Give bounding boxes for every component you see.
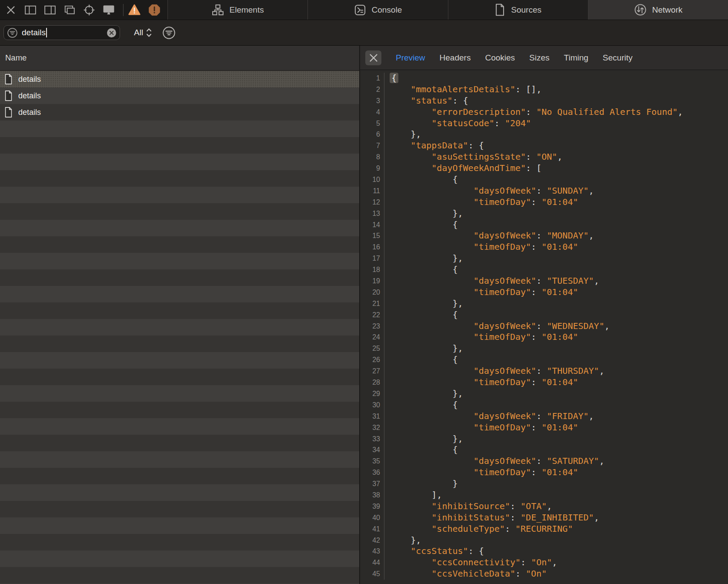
line-number: 26 <box>360 354 384 366</box>
tab-console[interactable]: Console <box>307 0 447 20</box>
close-icon <box>368 52 379 64</box>
code-text: "asuSettingsState": "ON", <box>384 151 562 163</box>
close-detail-button[interactable] <box>365 50 381 65</box>
line-number: 38 <box>360 490 384 501</box>
code-line: 23 "daysOfWeek": "WEDNESDAY", <box>360 321 728 332</box>
code-line: 33 }, <box>360 433 728 445</box>
filter-circle-icon <box>7 27 18 38</box>
line-number: 42 <box>360 535 384 546</box>
close-icon <box>5 4 17 16</box>
tab-network[interactable]: Network <box>588 0 728 20</box>
network-icon <box>634 3 647 16</box>
selected-brace-token[interactable]: { <box>390 73 398 83</box>
line-number: 18 <box>360 264 384 275</box>
toolbar-icon-cluster <box>0 0 167 20</box>
detail-tab-security[interactable]: Security <box>603 53 633 63</box>
line-number: 7 <box>360 140 384 151</box>
tab-label: Network <box>652 5 683 15</box>
device-display-button[interactable] <box>102 3 115 17</box>
line-number: 15 <box>360 230 384 242</box>
elements-icon <box>212 4 224 16</box>
line-number: 37 <box>360 478 384 490</box>
code-line: 36 "timeOfDay": "01:04" <box>360 467 728 478</box>
name-column-header[interactable]: Name <box>0 46 359 71</box>
request-row[interactable]: details <box>0 71 359 87</box>
warnings-badge[interactable] <box>128 3 141 17</box>
code-line: 22 { <box>360 309 728 321</box>
tab-label: Console <box>372 5 402 15</box>
tab-elements[interactable]: Elements <box>167 0 307 20</box>
line-number: 13 <box>360 208 384 219</box>
line-number: 8 <box>360 151 384 163</box>
code-line: 17 }, <box>360 253 728 264</box>
code-text: }, <box>384 208 463 219</box>
code-line: 32 "timeOfDay": "01:04" <box>360 422 728 433</box>
line-number: 30 <box>360 399 384 411</box>
line-number: 22 <box>360 309 384 321</box>
request-name: details <box>18 91 41 101</box>
code-line: 38 ], <box>360 490 728 501</box>
code-line: 26 { <box>360 354 728 366</box>
filter-menu-button[interactable] <box>162 26 176 40</box>
line-number: 21 <box>360 298 384 309</box>
code-text: "status": { <box>384 95 468 107</box>
clear-search-button[interactable] <box>107 28 117 38</box>
line-number: 23 <box>360 321 384 332</box>
dock-to-right-icon <box>44 4 56 16</box>
dock-to-right-button[interactable] <box>43 3 56 17</box>
request-name: details <box>18 75 41 84</box>
document-icon <box>5 90 12 102</box>
line-number: 29 <box>360 388 384 399</box>
code-text: { <box>384 309 458 321</box>
code-line: 8 "asuSettingsState": "ON", <box>360 151 728 163</box>
main-split: Name detailsdetailsdetails PreviewHeader… <box>0 46 728 584</box>
code-text: { <box>384 73 398 84</box>
detail-tab-cookies[interactable]: Cookies <box>485 53 515 63</box>
line-number: 32 <box>360 422 384 433</box>
line-number: 25 <box>360 343 384 354</box>
code-line: 10 { <box>360 174 728 185</box>
line-number: 44 <box>360 557 384 568</box>
search-input[interactable]: details <box>3 25 120 40</box>
code-line: 6 }, <box>360 129 728 140</box>
detail-tab-timing[interactable]: Timing <box>564 53 588 63</box>
device-display-icon <box>102 4 115 16</box>
code-line: 3 "status": { <box>360 95 728 107</box>
detach-window-button[interactable] <box>63 3 76 17</box>
request-row[interactable]: details <box>0 104 359 121</box>
code-line: 20 "timeOfDay": "01:04" <box>360 287 728 298</box>
json-preview[interactable]: 1{2 "mmotaAlertsDetails": [],3 "status":… <box>360 70 728 584</box>
detail-tab-headers[interactable]: Headers <box>440 53 471 63</box>
code-text: "ccsVehicleData": "On" <box>384 568 547 580</box>
code-text: "ccsStatus": { <box>384 546 484 557</box>
resource-scope-select[interactable]: All <box>134 27 153 38</box>
code-text: "daysOfWeek": "SUNDAY", <box>384 185 594 197</box>
code-text: "daysOfWeek": "FRIDAY", <box>384 411 594 422</box>
code-line: 7 "tappsData": { <box>360 140 728 151</box>
line-number: 11 <box>360 185 384 197</box>
tab-label: Elements <box>230 5 264 15</box>
line-number: 40 <box>360 512 384 524</box>
line-number: 3 <box>360 95 384 107</box>
code-text: "timeOfDay": "01:04" <box>384 242 578 253</box>
tab-sources[interactable]: Sources <box>448 0 588 20</box>
code-text: "daysOfWeek": "WEDNESDAY", <box>384 321 610 332</box>
code-text: "timeOfDay": "01:04" <box>384 422 578 433</box>
main-tab-bar: ElementsConsoleSourcesNetwork <box>167 0 728 20</box>
inspect-element-button[interactable] <box>83 3 95 17</box>
detail-tab-preview[interactable]: Preview <box>396 53 425 63</box>
code-line: 11 "daysOfWeek": "SUNDAY", <box>360 185 728 197</box>
dock-to-left-button[interactable] <box>24 3 37 17</box>
line-number: 28 <box>360 377 384 388</box>
requests-panel: Name detailsdetailsdetails <box>0 46 360 584</box>
code-text: { <box>384 444 458 456</box>
code-line: 45 "ccsVehicleData": "On" <box>360 568 728 580</box>
line-number: 9 <box>360 163 384 174</box>
detail-tab-sizes[interactable]: Sizes <box>529 53 549 63</box>
code-line: 14 { <box>360 219 728 231</box>
code-text: "inhibitSource": "OTA", <box>384 501 552 512</box>
errors-badge[interactable] <box>148 3 160 17</box>
request-row[interactable]: details <box>0 87 359 104</box>
line-number: 19 <box>360 275 384 287</box>
close-button[interactable] <box>4 3 17 17</box>
